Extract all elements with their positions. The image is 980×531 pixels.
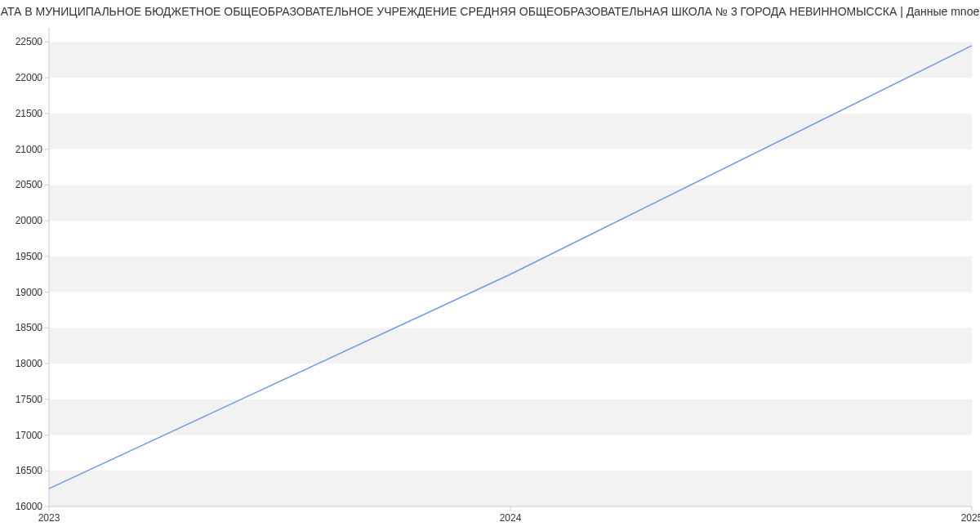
y-tick-label: 21000 xyxy=(16,144,43,155)
x-tick-label: 2023 xyxy=(38,512,60,524)
chart-svg: 1600016500170001750018000185001900019500… xyxy=(0,23,980,531)
grid-band xyxy=(49,185,972,221)
y-tick-label: 16500 xyxy=(16,465,43,476)
x-tick-label: 2025 xyxy=(961,512,980,524)
grid-band xyxy=(49,328,972,364)
y-tick-label: 19500 xyxy=(16,251,43,262)
y-tick-label: 18500 xyxy=(16,322,43,333)
y-tick-label: 22000 xyxy=(16,72,43,83)
grid-band xyxy=(49,471,972,506)
y-tick-label: 20500 xyxy=(16,179,43,190)
grid-band xyxy=(49,399,972,435)
chart-title: АТА В МУНИЦИПАЛЬНОЕ БЮДЖЕТНОЕ ОБЩЕОБРАЗО… xyxy=(0,0,980,23)
y-tick-label: 21500 xyxy=(16,108,43,119)
grid-band xyxy=(49,42,972,78)
x-tick-label: 2024 xyxy=(500,512,522,524)
y-tick-label: 17000 xyxy=(16,430,43,441)
y-tick-label: 22500 xyxy=(16,36,43,47)
y-tick-label: 18000 xyxy=(16,358,43,369)
y-tick-label: 17500 xyxy=(16,394,43,405)
y-tick-label: 20000 xyxy=(16,215,43,226)
chart-plot-area: 1600016500170001750018000185001900019500… xyxy=(0,23,980,531)
y-tick-label: 19000 xyxy=(16,287,43,298)
y-tick-label: 16000 xyxy=(16,501,43,512)
grid-band xyxy=(49,114,972,149)
